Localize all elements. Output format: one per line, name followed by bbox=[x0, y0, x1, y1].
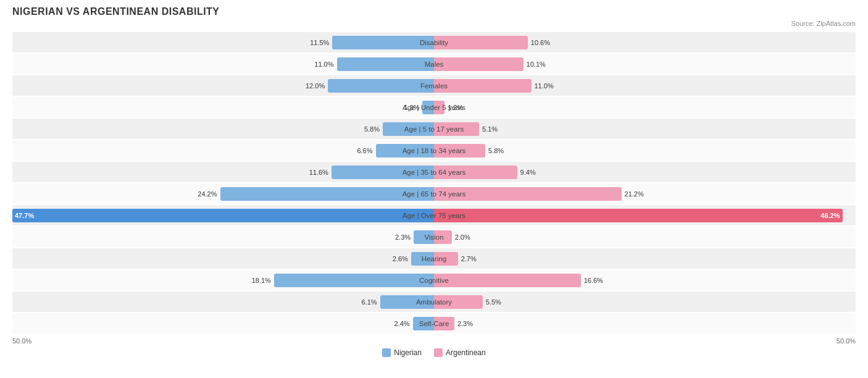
bar-right-section: 9.4% bbox=[434, 162, 856, 182]
bar-right: 11.0% bbox=[434, 79, 532, 93]
bar-left-value: 1.3% bbox=[404, 104, 422, 111]
bar-right: 5.5% bbox=[434, 295, 483, 309]
bar-left: 18.1% bbox=[274, 274, 434, 287]
bar-right-value: 2.7% bbox=[458, 255, 477, 262]
bar-right-section: 46.2% bbox=[434, 205, 856, 225]
bar-left-section: 11.5% bbox=[12, 32, 434, 52]
bar-right: 46.2% bbox=[434, 209, 843, 222]
bar-right-section: 21.2% bbox=[434, 183, 856, 204]
bar-right-value: 5.1% bbox=[479, 125, 498, 133]
bar-right-value: 9.4% bbox=[517, 169, 536, 176]
bar-row: 47.7%46.2%Age | Over 75 years bbox=[12, 205, 856, 225]
bar-row: 12.0%11.0%Females bbox=[12, 75, 856, 96]
bar-right: 5.1% bbox=[434, 122, 479, 136]
bar-right-value: 1.2% bbox=[444, 104, 463, 111]
bar-right-value: 46.2% bbox=[817, 212, 840, 219]
bar-right-value: 16.6% bbox=[581, 277, 603, 284]
bar-right-section: 5.5% bbox=[434, 292, 856, 312]
bar-right-value: 10.6% bbox=[528, 39, 550, 46]
chart-container: 11.5%10.6%Disability11.0%10.1%Males12.0%… bbox=[12, 32, 856, 357]
legend-nigerian-label: Nigerian bbox=[394, 348, 422, 357]
bar-left-section: 24.2% bbox=[12, 183, 434, 204]
source: Source: ZipAtlas.com bbox=[12, 20, 856, 27]
bar-left: 11.0% bbox=[337, 57, 435, 71]
rows-wrapper: 11.5%10.6%Disability11.0%10.1%Males12.0%… bbox=[12, 32, 856, 334]
legend: Nigerian Argentinean bbox=[12, 348, 856, 357]
bar-right: 1.2% bbox=[434, 101, 444, 114]
bar-row: 6.1%5.5%Ambulatory bbox=[12, 292, 856, 312]
bar-left: 24.2% bbox=[220, 187, 435, 201]
bar-right-section: 1.2% bbox=[434, 97, 856, 117]
bar-left: 12.0% bbox=[328, 79, 434, 93]
bar-left: 2.3% bbox=[414, 230, 434, 244]
bar-left-value: 6.1% bbox=[362, 298, 380, 306]
bar-right-value: 2.0% bbox=[452, 233, 470, 241]
bar-right: 2.7% bbox=[434, 252, 458, 266]
bar-right: 5.8% bbox=[434, 144, 485, 158]
bar-row: 11.5%10.6%Disability bbox=[12, 32, 856, 52]
bar-row: 18.1%16.6%Cognitive bbox=[12, 270, 856, 290]
axis-left-label: 50.0% bbox=[12, 337, 434, 345]
bar-right-section: 11.0% bbox=[434, 75, 856, 96]
bar-right-section: 2.0% bbox=[434, 227, 856, 247]
bar-right-section: 5.1% bbox=[434, 119, 856, 139]
bar-left-value: 11.0% bbox=[314, 61, 336, 68]
bar-left-value: 11.6% bbox=[309, 169, 332, 176]
bar-right-value: 2.3% bbox=[454, 320, 473, 327]
bar-left-section: 2.6% bbox=[12, 248, 434, 269]
bar-left-value: 2.4% bbox=[394, 320, 413, 327]
bar-right-section: 2.7% bbox=[434, 248, 856, 269]
bar-right-section: 2.3% bbox=[434, 313, 856, 334]
bar-left-section: 2.4% bbox=[12, 313, 434, 334]
bar-right: 10.6% bbox=[434, 36, 528, 49]
bar-left-value: 47.7% bbox=[15, 212, 37, 219]
bar-left-section: 6.1% bbox=[12, 292, 434, 312]
bar-right-value: 5.5% bbox=[483, 298, 501, 306]
bar-right: 9.4% bbox=[434, 166, 517, 179]
bar-left-section: 1.3% bbox=[12, 97, 434, 117]
legend-nigerian: Nigerian bbox=[382, 348, 422, 357]
legend-box-nigerian bbox=[382, 348, 391, 357]
bar-left-value: 5.8% bbox=[364, 125, 383, 133]
bar-right-value: 10.1% bbox=[524, 61, 546, 68]
bar-left: 6.1% bbox=[380, 295, 434, 309]
bar-left-value: 12.0% bbox=[306, 82, 328, 90]
bar-right-value: 5.8% bbox=[485, 147, 504, 154]
axis-right-label: 50.0% bbox=[434, 337, 856, 345]
bar-row: 11.6%9.4%Age | 35 to 64 years bbox=[12, 162, 856, 182]
bar-left: 47.7% bbox=[12, 209, 434, 222]
bar-left: 1.3% bbox=[422, 101, 434, 114]
legend-argentinean-label: Argentinean bbox=[446, 348, 486, 357]
bar-row: 2.3%2.0%Vision bbox=[12, 227, 856, 247]
bar-right-value: 21.2% bbox=[622, 190, 644, 198]
bar-left-value: 2.6% bbox=[393, 255, 411, 262]
bar-row: 6.6%5.8%Age | 18 to 34 years bbox=[12, 140, 856, 161]
title: NIGERIAN VS ARGENTINEAN DISABILITY bbox=[12, 6, 856, 17]
bar-right: 2.3% bbox=[434, 317, 454, 330]
bar-left-section: 18.1% bbox=[12, 270, 434, 290]
bar-row: 24.2%21.2%Age | 65 to 74 years bbox=[12, 183, 856, 204]
bar-right-section: 10.1% bbox=[434, 54, 856, 74]
bar-left-section: 6.6% bbox=[12, 140, 434, 161]
bar-row: 1.3%1.2%Age | Under 5 years bbox=[12, 97, 856, 117]
bar-row: 5.8%5.1%Age | 5 to 17 years bbox=[12, 119, 856, 139]
bar-row: 2.4%2.3%Self-Care bbox=[12, 313, 856, 334]
bar-right: 10.1% bbox=[434, 57, 524, 71]
bar-right: 21.2% bbox=[434, 187, 622, 201]
bar-left-section: 2.3% bbox=[12, 227, 434, 247]
bar-right: 16.6% bbox=[434, 274, 581, 287]
bar-left-section: 11.0% bbox=[12, 54, 434, 74]
bar-left: 6.6% bbox=[376, 144, 435, 158]
bar-left: 2.4% bbox=[413, 317, 434, 330]
bar-left: 11.5% bbox=[332, 36, 434, 49]
bar-left-section: 5.8% bbox=[12, 119, 434, 139]
bar-right-section: 10.6% bbox=[434, 32, 856, 52]
bar-left: 2.6% bbox=[411, 252, 434, 266]
bar-row: 2.6%2.7%Hearing bbox=[12, 248, 856, 269]
legend-box-argentinean bbox=[434, 348, 443, 357]
bar-left-section: 11.6% bbox=[12, 162, 434, 182]
legend-argentinean: Argentinean bbox=[434, 348, 486, 357]
bar-row: 11.0%10.1%Males bbox=[12, 54, 856, 74]
bar-left-value: 6.6% bbox=[357, 147, 375, 154]
bar-left-value: 2.3% bbox=[395, 233, 414, 241]
